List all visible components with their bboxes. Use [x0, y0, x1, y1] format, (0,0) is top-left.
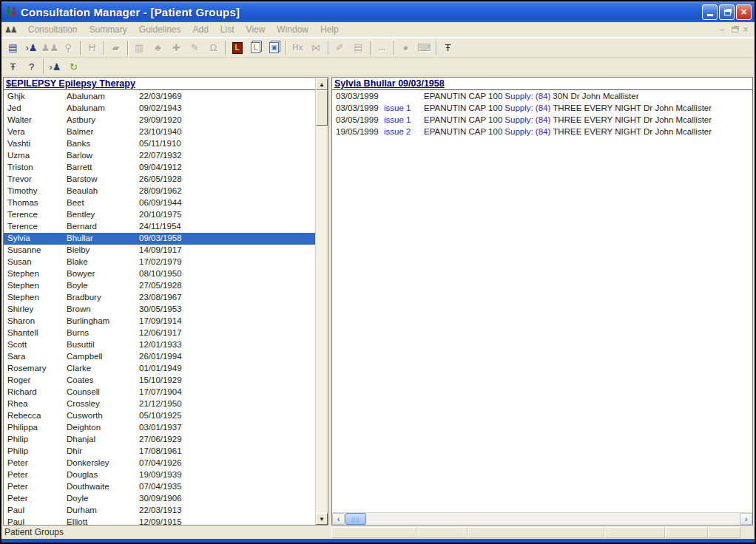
- patient-row[interactable]: Terence Bernard 24/11/1954: [4, 221, 315, 233]
- patient-row[interactable]: Paul Elliott 12/09/1915: [4, 517, 315, 525]
- supply-quantity: Supply: (84): [504, 103, 550, 112]
- supply-quantity: Supply: (84): [504, 127, 550, 136]
- code-pages-icon[interactable]: L: [246, 40, 265, 56]
- patient-row[interactable]: Rosemary Clarke 01/01/1949: [4, 363, 315, 375]
- prescription-row[interactable]: 03/03/1999 issue 1 EPANUTIN CAP 100Suppl…: [332, 103, 752, 115]
- menu-item[interactable]: Summary: [83, 23, 132, 36]
- mdi-restore-button[interactable]: [728, 24, 740, 35]
- patient-row[interactable]: Stephen Bradbury 23/08/1967: [4, 292, 315, 304]
- select-patient-icon-2[interactable]: ›♟: [46, 58, 64, 75]
- patient-row[interactable]: Shirley Brown 30/05/1953: [4, 304, 315, 316]
- refresh-icon[interactable]: ↻: [64, 58, 83, 75]
- patient-row[interactable]: Sylvia Bhullar 09/03/1958: [4, 233, 315, 245]
- test-tree-icon[interactable]: Ŧ: [439, 40, 457, 56]
- menu-item[interactable]: List: [215, 23, 240, 36]
- examination-chair-icon[interactable]: Ħ: [83, 40, 101, 56]
- mdi-minimize-button[interactable]: –: [716, 24, 728, 35]
- minimize-button[interactable]: [702, 4, 718, 20]
- patient-row[interactable]: Rhea Crossley 21/12/1950: [4, 398, 315, 410]
- consultation-window-icon[interactable]: ▤: [4, 40, 22, 56]
- patient-row[interactable]: Thomas Beet 06/09/1944: [4, 197, 315, 209]
- patient-row[interactable]: Roger Coates 15/10/1929: [4, 375, 315, 387]
- patient-row[interactable]: Sara Campbell 26/01/1994: [4, 351, 315, 363]
- guidelines-book-icon[interactable]: ▥: [130, 40, 149, 56]
- pen-icon[interactable]: ✎: [186, 40, 204, 56]
- patient-dob: 05/11/1910: [139, 138, 315, 150]
- patient-row[interactable]: Jed Abalunam 09/02/1943: [4, 103, 315, 115]
- patient-row[interactable]: Stephen Bowyer 08/10/1950: [4, 268, 315, 280]
- menu-item[interactable]: Help: [314, 23, 345, 36]
- form-pages-icon[interactable]: ▣: [265, 40, 283, 56]
- help-icon[interactable]: ?: [22, 58, 41, 75]
- patient-row[interactable]: Susan Blake 17/02/1979: [4, 256, 315, 268]
- patient-row[interactable]: Trevor Barstow 26/05/1928: [4, 174, 315, 186]
- patient-row[interactable]: Richard Counsell 17/07/1904: [4, 387, 315, 398]
- vertical-scrollbar[interactable]: ▲ ▼: [315, 78, 328, 525]
- restore-button[interactable]: [719, 4, 735, 20]
- patient-last-name: Dhanjal: [67, 434, 139, 446]
- patient-row[interactable]: Philippa Deighton 03/01/1937: [4, 422, 315, 434]
- more-options-icon[interactable]: ...: [373, 40, 391, 56]
- patient-first-name: Sylvia: [7, 233, 67, 245]
- patient-row[interactable]: Peter Douglas 19/09/1939: [4, 469, 315, 481]
- patient-row[interactable]: Triston Barrett 09/04/1912: [4, 162, 315, 174]
- immunisation-syringe-icon[interactable]: ✚: [167, 40, 186, 56]
- patient-row[interactable]: Peter Douthwaite 07/04/1935: [4, 481, 315, 493]
- keyboard-icon[interactable]: ⌨: [415, 40, 433, 56]
- patient-row[interactable]: Peter Doyle 30/09/1906: [4, 493, 315, 505]
- hscrollbar-track[interactable]: [367, 513, 740, 525]
- lifestyle-apple-icon[interactable]: ♣: [149, 40, 167, 56]
- patient-group-icon[interactable]: ♟♟: [41, 40, 59, 56]
- patient-row[interactable]: Philip Dhanjal 27/06/1929: [4, 434, 315, 446]
- patient-row[interactable]: Vashti Banks 05/11/1910: [4, 138, 315, 150]
- patient-row[interactable]: Ghjk Abalunam 22/03/1969: [4, 91, 315, 103]
- patient-row[interactable]: Rebecca Cusworth 05/10/1925: [4, 410, 315, 422]
- patient-row[interactable]: Susanne Bielby 14/09/1917: [4, 245, 315, 256]
- menu-item[interactable]: Window: [271, 23, 314, 36]
- menu-item[interactable]: Add: [187, 23, 215, 36]
- patient-row[interactable]: Philip Dhir 17/08/1961: [4, 446, 315, 458]
- mdi-restore-icon: [732, 27, 738, 33]
- patient-row[interactable]: Terence Bentley 20/10/1975: [4, 209, 315, 221]
- test-tree-icon-2[interactable]: Ŧ: [4, 58, 22, 75]
- patient-row[interactable]: Timothy Beaulah 28/09/1962: [4, 186, 315, 197]
- patient-row[interactable]: Sharon Burlingham 17/09/1914: [4, 316, 315, 327]
- patient-row[interactable]: Stephen Boyle 27/05/1928: [4, 280, 315, 292]
- prescription-row[interactable]: 03/05/1999 issue 1 EPANUTIN CAP 100Suppl…: [332, 115, 752, 126]
- patient-row[interactable]: Peter Donkersley 07/04/1926: [4, 458, 315, 469]
- read-code-book-icon[interactable]: L: [228, 40, 246, 56]
- menu-item[interactable]: Consultation: [22, 23, 84, 36]
- prescription-row[interactable]: 19/05/1999 issue 2 EPANUTIN CAP 100Suppl…: [332, 126, 752, 138]
- medication-icon[interactable]: ✐: [331, 40, 349, 56]
- scroll-right-button[interactable]: ›: [740, 513, 752, 525]
- history-icon[interactable]: Hx: [288, 40, 307, 56]
- menu-item[interactable]: View: [240, 23, 271, 36]
- patient-row[interactable]: Vera Balmer 23/10/1940: [4, 126, 315, 138]
- bowtie-icon[interactable]: ⋈: [307, 40, 325, 56]
- left-arrow-icon: ‹: [337, 514, 340, 523]
- patient-row[interactable]: Walter Astbury 29/09/1920: [4, 115, 315, 126]
- scroll-left-button[interactable]: ‹: [332, 513, 345, 525]
- notepad-icon[interactable]: ▤: [349, 40, 368, 56]
- close-button[interactable]: ×: [736, 4, 752, 20]
- scroll-up-button[interactable]: ▲: [316, 78, 328, 90]
- horizontal-scrollbar[interactable]: ‹ ›: [332, 512, 752, 525]
- eraser-icon[interactable]: ▰: [107, 40, 125, 56]
- patient-row[interactable]: Paul Durham 22/03/1913: [4, 505, 315, 517]
- patient-last-name: Boyle: [67, 280, 139, 292]
- menu-item[interactable]: Guidelines: [133, 23, 187, 36]
- scrollbar-track[interactable]: [316, 126, 328, 513]
- scrollbar-thumb[interactable]: [316, 90, 328, 126]
- mdi-close-button[interactable]: ×: [740, 24, 752, 35]
- record-circle-icon[interactable]: ●: [396, 40, 415, 56]
- patient-row[interactable]: Uzma Barlow 22/07/1932: [4, 150, 315, 162]
- select-patient-icon[interactable]: ›♟: [22, 40, 41, 56]
- hscrollbar-thumb[interactable]: [345, 513, 366, 525]
- patient-row[interactable]: Shantell Burns 12/06/1917: [4, 327, 315, 339]
- stethoscope-icon[interactable]: Ω: [204, 40, 223, 56]
- scroll-down-button[interactable]: ▼: [316, 513, 328, 525]
- find-patient-icon[interactable]: ⚲: [59, 40, 78, 56]
- prescription-row[interactable]: 03/03/1999 EPANUTIN CAP 100Supply: (84)3…: [332, 91, 752, 103]
- patient-row[interactable]: Scott Busuttil 12/01/1933: [4, 339, 315, 351]
- patient-first-name: Shantell: [7, 327, 67, 339]
